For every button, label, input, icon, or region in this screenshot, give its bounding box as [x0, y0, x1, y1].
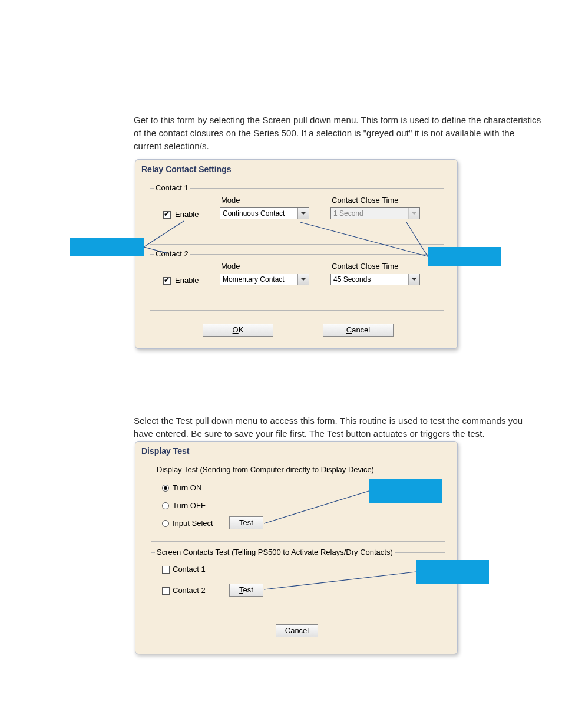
contact1-close-label: Contact Close Time	[332, 196, 398, 205]
contact1-enable-label: Enable	[175, 210, 199, 219]
contact1-close-value: 1 Second	[333, 209, 363, 218]
ok-rest: K	[239, 325, 244, 334]
contact2-test-checkbox[interactable]	[162, 587, 170, 595]
intro-paragraph-relay: Get to this form by selecting the Screen…	[134, 114, 543, 152]
display-test-legend: Display Test (Sending from Computer dire…	[155, 465, 376, 474]
display-test-button[interactable]: Test	[229, 516, 263, 529]
chevron-down-icon	[297, 274, 309, 285]
test-cancel-rest: ancel	[290, 626, 309, 635]
input-select-label: Input Select	[173, 519, 213, 528]
relay-cancel-button[interactable]: Cancel	[323, 324, 394, 337]
relay-contact-settings-dialog: Relay Contact Settings Contact 1 Enable …	[135, 159, 458, 349]
contact2-group: Contact 2 Enable Mode Momentary Contact …	[150, 254, 444, 311]
intro-paragraph-test: Select the Test pull down menu to access…	[134, 414, 543, 440]
contact1-mode-dropdown[interactable]: Continuous Contact	[220, 207, 309, 219]
turn-on-label: Turn ON	[173, 483, 201, 492]
callout-box-display-test	[369, 479, 442, 503]
cancel-mnemonic: C	[346, 325, 352, 334]
contact1-enable-checkbox[interactable]	[163, 211, 171, 219]
screen-contacts-legend: Screen Contacts Test (Telling PS500 to A…	[155, 548, 395, 556]
input-select-radio[interactable]	[162, 520, 169, 527]
test1-rest: est	[243, 518, 253, 527]
screen-contacts-group: Screen Contacts Test (Telling PS500 to A…	[151, 552, 445, 610]
contact2-test-label: Contact 2	[173, 586, 206, 595]
chevron-down-icon	[408, 274, 419, 285]
contact1-test-checkbox[interactable]	[162, 566, 170, 574]
display-test-dialog: Display Test Display Test (Sending from …	[135, 441, 458, 654]
test-cancel-mnemonic: C	[285, 626, 290, 635]
cancel-rest: ancel	[352, 325, 370, 334]
display-test-cancel-button[interactable]: Cancel	[276, 624, 318, 637]
contact2-mode-value: Momentary Contact	[223, 275, 285, 284]
contact2-enable-checkbox[interactable]	[163, 277, 171, 285]
relay-dialog-title: Relay Contact Settings	[141, 164, 231, 174]
contact2-mode-dropdown[interactable]: Momentary Contact	[220, 274, 309, 285]
callout-box-left	[70, 238, 144, 256]
contact1-mode-label: Mode	[221, 196, 240, 205]
contact1-test-label: Contact 1	[173, 565, 206, 574]
contact2-legend: Contact 2	[154, 249, 190, 258]
test2-rest: est	[243, 585, 253, 594]
ok-mnemonic: O	[233, 325, 239, 334]
contact2-close-dropdown[interactable]: 45 Seconds	[330, 274, 420, 285]
relay-ok-button[interactable]: OK	[203, 324, 273, 337]
turn-on-radio[interactable]	[162, 485, 169, 492]
contact2-enable-label: Enable	[175, 276, 199, 285]
display-test-title: Display Test	[141, 446, 189, 456]
contact2-mode-label: Mode	[221, 262, 240, 271]
contact1-legend: Contact 1	[154, 183, 190, 192]
callout-box-contacts-test	[416, 560, 489, 584]
contact1-group: Contact 1 Enable Mode Continuous Contact…	[150, 188, 444, 245]
chevron-down-icon	[297, 208, 309, 219]
callout-box-right	[428, 247, 501, 266]
contact1-close-dropdown: 1 Second	[330, 207, 420, 219]
contact1-mode-value: Continuous Contact	[223, 209, 285, 218]
chevron-down-icon	[408, 208, 419, 219]
turn-off-label: Turn OFF	[173, 501, 206, 510]
contacts-test-button[interactable]: Test	[229, 584, 263, 597]
contact2-close-label: Contact Close Time	[332, 262, 398, 271]
contact2-close-value: 45 Seconds	[333, 275, 371, 284]
turn-off-radio[interactable]	[162, 502, 169, 509]
